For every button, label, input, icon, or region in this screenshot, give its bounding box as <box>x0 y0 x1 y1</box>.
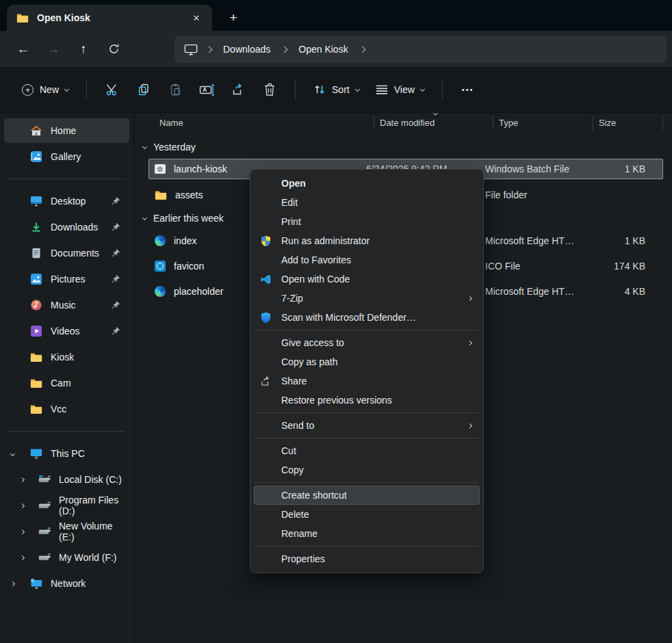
column-header-type[interactable]: Type <box>493 116 593 131</box>
menu-item-restore-previous-versions[interactable]: Restore previous versions <box>254 391 480 410</box>
address-bar[interactable]: Downloads Open Kiosk <box>175 36 667 63</box>
menu-item-give-access-to[interactable]: Give access to <box>254 333 480 352</box>
menu-item-delete[interactable]: Delete <box>254 505 480 524</box>
menu-separator <box>255 546 479 547</box>
sidebar-item-gallery[interactable]: Gallery <box>4 144 129 169</box>
copy-button[interactable] <box>128 75 159 104</box>
menu-item-scan-with-defender[interactable]: Scan with Microsoft Defender… <box>254 308 480 327</box>
menu-item-add-to-favorites[interactable]: Add to Favorites <box>254 250 480 270</box>
drive-icon <box>38 526 51 537</box>
videos-icon <box>30 326 42 337</box>
chevron-right-icon <box>10 581 15 586</box>
pin-icon <box>112 326 120 335</box>
share-button[interactable] <box>222 75 254 104</box>
navigation-pane: Home Gallery Desktop Downloads Documents <box>0 113 134 643</box>
menu-item-share[interactable]: Share <box>254 371 480 391</box>
menu-separator <box>255 330 479 330</box>
sidebar-item-kiosk[interactable]: Kiosk <box>4 345 129 369</box>
sort-button[interactable]: Sort <box>305 78 367 101</box>
tab-title: Open Kiosk <box>37 12 179 23</box>
column-header-name[interactable]: Name <box>148 116 374 131</box>
view-button[interactable]: View <box>367 79 432 101</box>
sidebar-item-new-volume-e[interactable]: New Volume (E:) <box>4 519 129 544</box>
rename-icon <box>199 83 215 96</box>
sidebar-item-vcc[interactable]: Vcc <box>4 397 129 421</box>
chevron-right-icon <box>20 477 25 482</box>
menu-item-edit[interactable]: Edit <box>254 193 480 212</box>
menu-item-print[interactable]: Print <box>254 212 480 231</box>
music-icon <box>30 300 42 311</box>
new-button[interactable]: + New <box>14 79 77 101</box>
sidebar-item-music[interactable]: Music <box>4 293 129 317</box>
chevron-down-icon <box>142 215 147 220</box>
view-icon <box>376 85 388 94</box>
menu-separator <box>255 412 479 413</box>
sidebar-item-my-world-f[interactable]: My World (F:) <box>4 545 129 570</box>
pin-icon <box>112 248 120 257</box>
menu-item-open[interactable]: Open <box>254 174 480 193</box>
sidebar-item-cam[interactable]: Cam <box>4 371 129 395</box>
forward-button[interactable]: → <box>38 36 68 63</box>
sidebar-item-local-disk-c[interactable]: Local Disk (C:) <box>4 467 129 492</box>
menu-item-create-shortcut[interactable]: Create shortcut <box>254 486 480 505</box>
cut-button[interactable] <box>96 75 128 104</box>
column-header-date-modified[interactable]: Date modified <box>374 116 493 131</box>
toolbar-divider <box>86 79 87 100</box>
file-explorer-window: Open Kiosk ✕ + ← → ↑ Downloads Open Kios… <box>0 0 672 643</box>
sidebar-divider <box>8 431 125 432</box>
refresh-icon <box>108 43 120 55</box>
breadcrumb-separator-icon <box>359 47 365 53</box>
folder-icon <box>30 352 42 363</box>
sidebar-item-videos[interactable]: Videos <box>4 319 129 343</box>
folder-icon <box>30 378 42 389</box>
sidebar-item-downloads[interactable]: Downloads <box>4 215 129 239</box>
rename-button[interactable] <box>191 75 222 104</box>
explorer-tab[interactable]: Open Kiosk ✕ <box>7 5 212 31</box>
sidebar-item-program-files-d[interactable]: Program Files (D:) <box>4 493 129 518</box>
sidebar-item-home[interactable]: Home <box>4 118 129 143</box>
drive-icon <box>38 474 51 485</box>
menu-item-7-zip[interactable]: 7-Zip <box>254 289 480 308</box>
sort-icon <box>313 83 326 96</box>
new-tab-button[interactable]: + <box>223 8 244 28</box>
gallery-icon <box>30 151 42 162</box>
sidebar-item-network[interactable]: Network <box>4 571 129 596</box>
uac-shield-icon <box>259 235 272 247</box>
chevron-right-icon <box>20 529 25 534</box>
back-button[interactable]: ← <box>8 36 38 63</box>
more-options-button[interactable]: ••• <box>452 80 484 99</box>
plus-circle-icon: + <box>22 84 34 96</box>
sort-ascending-icon <box>432 111 437 116</box>
menu-item-properties[interactable]: Properties <box>254 549 480 568</box>
menu-item-cut[interactable]: Cut <box>254 441 480 460</box>
menu-item-copy[interactable]: Copy <box>254 460 480 480</box>
breadcrumb-downloads[interactable]: Downloads <box>220 42 273 57</box>
vscode-icon <box>259 273 272 285</box>
breadcrumb-open-kiosk[interactable]: Open Kiosk <box>296 42 350 57</box>
cut-icon <box>105 83 119 96</box>
menu-item-run-as-administrator[interactable]: Run as administrator <box>254 231 480 250</box>
menu-item-rename[interactable]: Rename <box>254 524 480 543</box>
toolbar-divider <box>442 79 443 100</box>
chevron-down-icon <box>142 144 147 148</box>
up-button[interactable]: ↑ <box>68 36 99 63</box>
column-header-size[interactable]: Size <box>593 116 663 131</box>
refresh-button[interactable] <box>99 36 129 63</box>
close-tab-icon[interactable]: ✕ <box>188 9 205 27</box>
group-header-yesterday[interactable]: Yesterday <box>143 138 672 156</box>
sidebar-item-this-pc[interactable]: This PC <box>4 441 129 466</box>
pin-icon <box>112 274 120 283</box>
paste-button[interactable] <box>159 75 191 104</box>
menu-item-open-with-code[interactable]: Open with Code <box>254 270 480 289</box>
menu-item-send-to[interactable]: Send to <box>254 416 480 435</box>
desktop-icon <box>30 196 42 207</box>
pin-icon <box>112 300 120 309</box>
sidebar-item-pictures[interactable]: Pictures <box>4 267 129 291</box>
chevron-down-icon <box>10 451 15 456</box>
documents-icon <box>30 248 42 259</box>
sidebar-item-desktop[interactable]: Desktop <box>4 189 129 213</box>
delete-button[interactable] <box>254 75 285 104</box>
sidebar-item-documents[interactable]: Documents <box>4 241 129 265</box>
menu-item-copy-as-path[interactable]: Copy as path <box>254 352 480 371</box>
chevron-down-icon <box>64 86 69 91</box>
